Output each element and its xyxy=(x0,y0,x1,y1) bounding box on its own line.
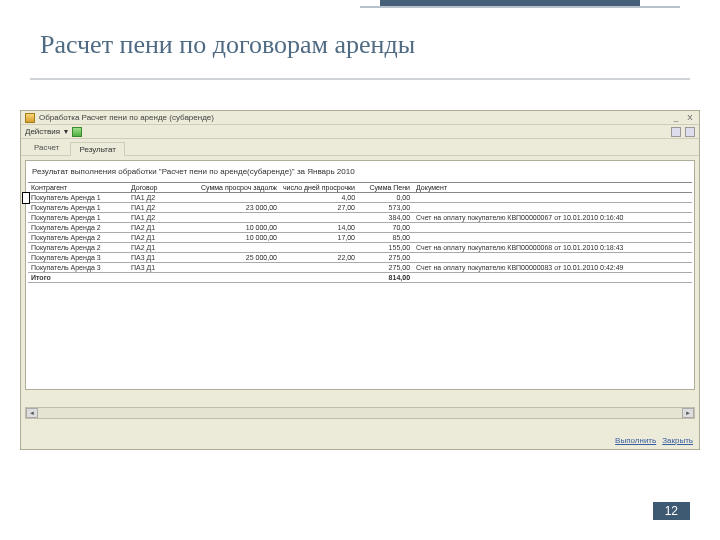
cell-c4: 14,00 xyxy=(280,223,358,233)
slide-divider xyxy=(30,78,690,80)
cell-c3 xyxy=(198,193,280,203)
horizontal-scrollbar[interactable]: ◄ ► xyxy=(25,407,695,419)
cell-c5: 384,00 xyxy=(358,213,413,223)
cell-c3 xyxy=(198,263,280,273)
table-header-row: Контрагент Договор Сумма просроч задолж … xyxy=(28,183,692,193)
cell-c5: 275,00 xyxy=(358,253,413,263)
report-document: Результат выполнения обработки "Расчет п… xyxy=(25,160,695,390)
cell-c6: Счет на оплату покупателю КВП00000083 от… xyxy=(413,263,692,273)
cell-c3 xyxy=(198,243,280,253)
cell-c5: 275,00 xyxy=(358,263,413,273)
help-icon[interactable] xyxy=(685,127,695,137)
cell-c4: 4,00 xyxy=(280,193,358,203)
run-icon[interactable] xyxy=(72,127,82,137)
cell-c4 xyxy=(280,263,358,273)
table-row: Покупатель Аренда 1ПА1 Д223 000,0027,005… xyxy=(28,203,692,213)
cell-c6: Счет на оплату покупателю КВП00000068 от… xyxy=(413,243,692,253)
tab-content: Результат выполнения обработки "Расчет п… xyxy=(21,155,699,394)
cell-c5: 85,00 xyxy=(358,233,413,243)
cell-c1: Покупатель Аренда 3 xyxy=(28,263,128,273)
col-days: число дней просрочки xyxy=(280,183,358,193)
cell-c2: ПА1 Д2 xyxy=(128,193,198,203)
report-table: Контрагент Договор Сумма просроч задолж … xyxy=(28,182,692,283)
report-title: Результат выполнения обработки "Расчет п… xyxy=(28,165,692,178)
cell-c2: ПА3 Д1 xyxy=(128,263,198,273)
dropdown-icon[interactable]: ▾ xyxy=(64,127,68,136)
table-row: Покупатель Аренда 1ПА1 Д2384,00Счет на о… xyxy=(28,213,692,223)
table-row: Покупатель Аренда 2ПА2 Д110 000,0014,007… xyxy=(28,223,692,233)
title-bar: Обработка Расчет пени по аренде (субарен… xyxy=(21,111,699,125)
close-link[interactable]: Закрыть xyxy=(662,436,693,445)
cell-c5: 155,00 xyxy=(358,243,413,253)
cell-c4: 17,00 xyxy=(280,233,358,243)
cell-c4 xyxy=(280,213,358,223)
menu-bar: Действия ▾ xyxy=(21,125,699,139)
total-sum: 814,00 xyxy=(358,273,413,283)
cell-c2: ПА1 Д2 xyxy=(128,203,198,213)
col-contract: Договор xyxy=(128,183,198,193)
slide-accent-line xyxy=(360,6,680,8)
run-button[interactable]: Выполнить xyxy=(615,436,656,445)
cell-c6 xyxy=(413,223,692,233)
cell-c1: Покупатель Аренда 1 xyxy=(28,193,128,203)
scroll-left-button[interactable]: ◄ xyxy=(26,408,38,418)
minimize-button[interactable]: _ xyxy=(671,113,681,123)
cell-c4: 27,00 xyxy=(280,203,358,213)
close-button[interactable]: X xyxy=(685,113,695,123)
footer-bar: Выполнить Закрыть xyxy=(615,436,693,445)
cell-c1: Покупатель Аренда 2 xyxy=(28,233,128,243)
cell-c5: 0,00 xyxy=(358,193,413,203)
cell-c2: ПА2 Д1 xyxy=(128,233,198,243)
cell-c5: 573,00 xyxy=(358,203,413,213)
cell-c6 xyxy=(413,193,692,203)
cell-c3: 25 000,00 xyxy=(198,253,280,263)
cell-c1: Покупатель Аренда 2 xyxy=(28,243,128,253)
cell-c1: Покупатель Аренда 2 xyxy=(28,223,128,233)
cell-c1: Покупатель Аренда 1 xyxy=(28,213,128,223)
table-row: Покупатель Аренда 3ПА3 Д125 000,0022,002… xyxy=(28,253,692,263)
col-penalty: Сумма Пени xyxy=(358,183,413,193)
cell-c2: ПА1 Д2 xyxy=(128,213,198,223)
scroll-right-button[interactable]: ► xyxy=(682,408,694,418)
cell-c3: 23 000,00 xyxy=(198,203,280,213)
cell-c2: ПА2 Д1 xyxy=(128,243,198,253)
bracket-marker xyxy=(22,192,30,204)
cell-c1: Покупатель Аренда 3 xyxy=(28,253,128,263)
table-row: Покупатель Аренда 2ПА2 Д110 000,0017,008… xyxy=(28,233,692,243)
cell-c5: 70,00 xyxy=(358,223,413,233)
cell-c2: ПА3 Д1 xyxy=(128,253,198,263)
cell-c3: 10 000,00 xyxy=(198,223,280,233)
cell-c4: 22,00 xyxy=(280,253,358,263)
col-document: Документ xyxy=(413,183,692,193)
cell-c4 xyxy=(280,243,358,253)
page-number: 12 xyxy=(653,502,690,520)
col-counterparty: Контрагент xyxy=(28,183,128,193)
col-debt-sum: Сумма просроч задолж xyxy=(198,183,280,193)
actions-menu[interactable]: Действия xyxy=(25,127,60,136)
table-row: Покупатель Аренда 2ПА2 Д1155,00Счет на о… xyxy=(28,243,692,253)
cell-c6: Счет на оплату покупателю КВП00000067 от… xyxy=(413,213,692,223)
tabs-bar: Расчет Результат xyxy=(21,139,699,155)
cell-c3 xyxy=(198,213,280,223)
tab-calc[interactable]: Расчет xyxy=(25,140,68,155)
cell-c1: Покупатель Аренда 1 xyxy=(28,203,128,213)
slide-title: Расчет пени по договорам аренды xyxy=(40,30,415,60)
app-icon xyxy=(25,113,35,123)
settings-icon[interactable] xyxy=(671,127,681,137)
tab-result[interactable]: Результат xyxy=(70,142,124,156)
app-window: Обработка Расчет пени по аренде (субарен… xyxy=(20,110,700,450)
cell-c6 xyxy=(413,233,692,243)
window-title: Обработка Расчет пени по аренде (субарен… xyxy=(39,113,671,122)
table-row: Покупатель Аренда 3ПА3 Д1275,00Счет на о… xyxy=(28,263,692,273)
total-label: Итого xyxy=(28,273,128,283)
cell-c2: ПА2 Д1 xyxy=(128,223,198,233)
total-row: Итого 814,00 xyxy=(28,273,692,283)
cell-c3: 10 000,00 xyxy=(198,233,280,243)
cell-c6 xyxy=(413,253,692,263)
table-row: Покупатель Аренда 1ПА1 Д24,000,00 xyxy=(28,193,692,203)
cell-c6 xyxy=(413,203,692,213)
